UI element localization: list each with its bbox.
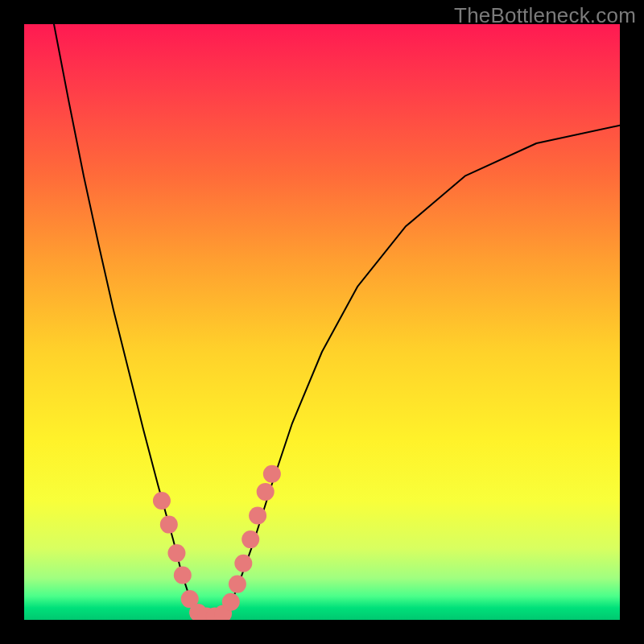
data-marker [234,555,252,572]
data-marker [167,544,185,562]
data-marker [249,507,266,525]
data-marker [160,516,178,534]
data-marker [153,492,171,510]
marker-group [153,465,281,620]
data-marker [257,483,275,501]
data-marker [242,530,259,548]
data-marker [263,465,281,483]
chart-overlay [24,24,620,620]
data-marker [222,593,240,611]
data-marker [174,567,192,584]
curve-group [54,24,620,617]
data-marker [229,576,246,593]
watermark-text: TheBottleneck.com [454,3,636,28]
plot-area [24,24,620,620]
chart-frame: TheBottleneck.com [0,0,644,644]
curve-right-curve [227,126,620,614]
